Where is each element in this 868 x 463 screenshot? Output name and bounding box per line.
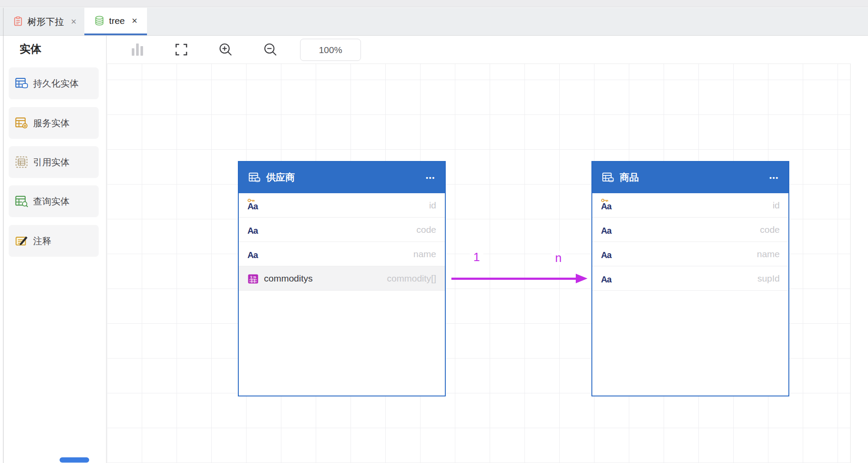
svg-text:1:n: 1:n bbox=[250, 274, 256, 279]
string-field-icon: Aa bbox=[601, 245, 616, 263]
sidebar-item-label: 查询实体 bbox=[33, 195, 70, 208]
tab-label: tree bbox=[109, 16, 125, 26]
diagram-canvas[interactable]: 1 n 供应商 ••• bbox=[107, 64, 851, 463]
field-row-name[interactable]: Aa name bbox=[239, 242, 445, 266]
entity-header[interactable]: 商品 ••• bbox=[592, 162, 788, 193]
table-entity-icon bbox=[248, 171, 260, 184]
field-type: code bbox=[760, 225, 780, 235]
more-options-icon[interactable]: ••• bbox=[769, 174, 779, 181]
string-field-icon: Aa bbox=[601, 221, 616, 238]
sidebar-item-query-entity[interactable]: 查询实体 bbox=[9, 185, 99, 217]
clipboard-icon bbox=[13, 17, 23, 27]
relation-source-cardinality: 1 bbox=[470, 250, 483, 264]
zoom-in-icon bbox=[219, 43, 233, 57]
primary-key-icon bbox=[601, 198, 608, 202]
tab-tree[interactable]: tree × bbox=[84, 8, 147, 35]
entity-palette-sidebar: 实体 持久化实体 服务实体 bbox=[3, 36, 107, 463]
field-type: name bbox=[757, 249, 780, 259]
fit-screen-button[interactable] bbox=[174, 42, 189, 57]
relation-arrowhead-icon bbox=[576, 274, 588, 283]
entity-title: 供应商 bbox=[266, 171, 295, 184]
canvas-toolbar: 100% bbox=[107, 36, 868, 64]
entity-card-supplier[interactable]: 供应商 ••• Aa id Aa co bbox=[238, 161, 446, 396]
field-type: commodity[] bbox=[387, 273, 436, 284]
sidebar-item-label: 服务实体 bbox=[33, 117, 70, 129]
field-row-commoditys[interactable]: 1:n commoditys commodity[] bbox=[239, 266, 445, 291]
window-top-strip bbox=[0, 0, 868, 7]
entity-header[interactable]: 供应商 ••• bbox=[239, 162, 445, 193]
bar-chart-icon bbox=[132, 44, 143, 56]
zoom-out-icon bbox=[264, 43, 277, 57]
sidebar-item-service-entity[interactable]: 服务实体 bbox=[9, 107, 99, 139]
string-field-icon: Aa bbox=[247, 245, 262, 263]
zoom-level-button[interactable]: 100% bbox=[300, 39, 361, 61]
field-row-id[interactable]: Aa id bbox=[239, 193, 445, 218]
string-field-icon: Aa bbox=[247, 221, 262, 238]
sidebar-item-persistent-entity[interactable]: 持久化实体 bbox=[9, 67, 99, 99]
field-row-code[interactable]: Aa code bbox=[239, 218, 445, 242]
field-type: name bbox=[413, 249, 436, 259]
field-type: supId bbox=[758, 273, 780, 284]
zoom-level-value: 100% bbox=[319, 45, 342, 55]
window-left-border bbox=[3, 8, 3, 463]
query-entity-icon bbox=[15, 195, 28, 208]
sidebar-item-label: 注释 bbox=[33, 235, 51, 247]
database-icon bbox=[94, 15, 105, 26]
close-icon[interactable]: × bbox=[71, 17, 77, 27]
more-options-icon[interactable]: ••• bbox=[426, 174, 435, 181]
comment-icon bbox=[15, 234, 28, 248]
string-field-icon: Aa bbox=[601, 197, 616, 214]
field-row-supid[interactable]: Aa supId bbox=[592, 266, 788, 291]
horizontal-scrollbar-thumb[interactable] bbox=[60, 457, 89, 463]
tab-label: 树形下拉 bbox=[27, 16, 64, 28]
service-entity-icon bbox=[15, 116, 28, 130]
tab-tree-dropdown[interactable]: 树形下拉 × bbox=[7, 8, 84, 35]
relation-line[interactable] bbox=[451, 278, 577, 280]
zoom-in-button[interactable] bbox=[218, 42, 234, 57]
sidebar-item-comment[interactable]: 注释 bbox=[9, 225, 99, 257]
sidebar-title: 实体 bbox=[20, 42, 41, 56]
field-name: commoditys bbox=[264, 273, 313, 284]
string-field-icon: Aa bbox=[601, 270, 616, 287]
one-to-many-relation-icon: 1:n bbox=[247, 273, 259, 285]
reference-entity-icon bbox=[15, 155, 28, 169]
tab-bar: 树形下拉 × tree × bbox=[0, 8, 868, 36]
field-type: code bbox=[416, 225, 436, 235]
field-row-code[interactable]: Aa code bbox=[592, 218, 788, 242]
field-row-id[interactable]: Aa id bbox=[592, 193, 788, 218]
string-field-icon: Aa bbox=[247, 197, 262, 214]
entity-title: 商品 bbox=[620, 171, 639, 184]
field-row-name[interactable]: Aa name bbox=[592, 242, 788, 266]
fullscreen-icon bbox=[175, 43, 188, 56]
close-icon[interactable]: × bbox=[132, 16, 137, 26]
sidebar-item-label: 引用实体 bbox=[33, 156, 70, 168]
primary-key-icon bbox=[247, 198, 255, 202]
sidebar-item-label: 持久化实体 bbox=[33, 77, 79, 90]
zoom-out-button[interactable] bbox=[263, 42, 278, 57]
sidebar-item-reference-entity[interactable]: 引用实体 bbox=[9, 146, 99, 178]
field-type: id bbox=[429, 200, 436, 211]
field-type: id bbox=[773, 200, 780, 211]
table-entity-icon bbox=[602, 171, 614, 184]
relation-target-cardinality: n bbox=[551, 251, 565, 265]
chart-view-button[interactable] bbox=[130, 42, 145, 57]
entity-designer-app: 树形下拉 × tree × 实体 持久化 bbox=[0, 0, 868, 463]
persistent-entity-icon bbox=[15, 77, 28, 90]
entity-card-commodity[interactable]: 商品 ••• Aa id Aa cod bbox=[591, 161, 789, 396]
